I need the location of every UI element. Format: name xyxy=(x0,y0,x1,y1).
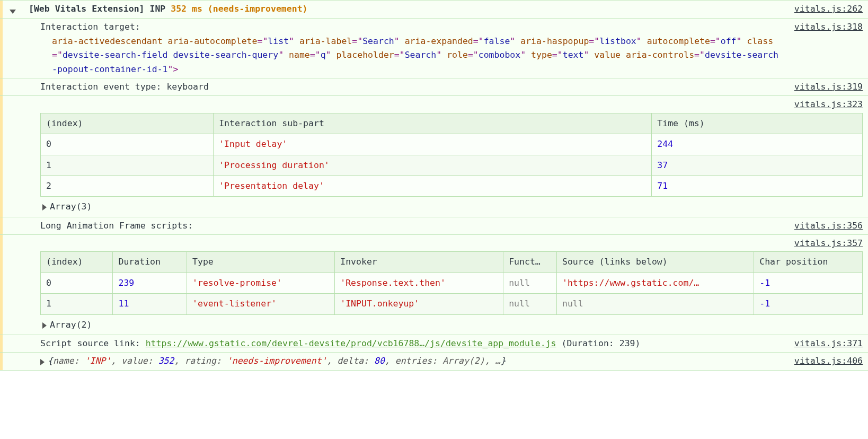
table-header[interactable]: (index) xyxy=(41,113,214,134)
warn-marker xyxy=(0,217,3,234)
table-cell: null xyxy=(503,273,557,293)
chevron-right-icon[interactable] xyxy=(40,359,45,365)
group-header-row[interactable]: [Web Vitals Extension] INP 352 ms (needs… xyxy=(0,0,868,18)
warn-marker xyxy=(0,353,3,370)
laf-table: (index)DurationTypeInvokerFunct…Source (… xyxy=(40,251,863,314)
table-row: 111'event-listener''INPUT.onkeyup'nullnu… xyxy=(41,294,863,314)
table-header[interactable]: Source (links below) xyxy=(557,252,754,273)
script-source-prefix: Script source link: xyxy=(40,338,146,348)
table-header[interactable]: Funct… xyxy=(503,252,557,273)
table-cell: -1 xyxy=(754,273,863,293)
warn-marker xyxy=(0,235,3,335)
chevron-right-icon[interactable] xyxy=(42,204,47,210)
table-row: 2'Presentation delay'71 xyxy=(41,175,863,196)
table-header[interactable]: Interaction sub-part xyxy=(214,113,652,134)
table-cell: 'Response.text.then' xyxy=(335,273,503,293)
chevron-right-icon[interactable] xyxy=(42,322,47,329)
table-cell: 2 xyxy=(41,175,214,196)
array-summary[interactable]: Array(3) xyxy=(40,198,863,215)
table-cell: 244 xyxy=(652,134,863,155)
table-cell: 'event-listener' xyxy=(187,294,335,314)
warn-marker xyxy=(0,335,3,352)
table-cell: -1 xyxy=(754,294,863,314)
table-row: 0'Input delay'244 xyxy=(41,134,863,155)
table-row: 1'Processing duration'37 xyxy=(41,155,863,175)
table-header[interactable]: (index) xyxy=(41,252,113,273)
script-source-url[interactable]: https://www.gstatic.com/devrel-devsite/p… xyxy=(146,338,556,348)
source-link[interactable]: vitals.js:406 xyxy=(794,354,863,368)
chevron-down-icon[interactable] xyxy=(10,10,16,14)
table-header[interactable]: Duration xyxy=(113,252,187,273)
interaction-target-content: Interaction target: aria-activedescendan… xyxy=(25,20,784,76)
laf-label-row: Long Animation Frame scripts: vitals.js:… xyxy=(0,217,868,234)
script-source-row: Script source link: https://www.gstatic.… xyxy=(0,335,868,352)
table-cell: 'resolve-promise' xyxy=(187,273,335,293)
table-cell: 'https://www.gstatic.com/… xyxy=(557,273,754,293)
table-cell: 0 xyxy=(41,134,214,155)
warn-marker xyxy=(0,19,3,78)
source-link[interactable]: vitals.js:318 xyxy=(794,20,863,34)
gutter[interactable] xyxy=(5,2,25,16)
script-source-suffix: (Duration: 239) xyxy=(556,338,641,348)
object-dump-content[interactable]: {name: 'INP', value: 352, rating: 'needs… xyxy=(25,354,784,368)
header-rating: (needs-improvement) xyxy=(208,4,308,14)
warn-marker xyxy=(0,96,3,216)
laf-label: Long Animation Frame scripts: xyxy=(25,219,784,233)
table-cell: 1 xyxy=(41,294,113,314)
header-value: 352 ms xyxy=(171,4,202,14)
interaction-target-label: Interaction target: xyxy=(40,20,784,34)
array-label: Array(3) xyxy=(50,200,92,214)
table-cell: null xyxy=(557,294,754,314)
header-prefix: [Web Vitals Extension] xyxy=(29,4,145,14)
object-summary: {name: 'INP', value: 352, rating: 'needs… xyxy=(48,354,506,368)
table-header[interactable]: Invoker xyxy=(335,252,503,273)
table-cell: 'Input delay' xyxy=(214,134,652,155)
table-row: 0239'resolve-promise''Response.text.then… xyxy=(41,273,863,293)
warn-marker xyxy=(0,1,3,18)
table-header[interactable]: Time (ms) xyxy=(652,113,863,134)
table-cell: 1 xyxy=(41,155,214,175)
event-type-row: Interaction event type: keyboard vitals.… xyxy=(0,78,868,95)
source-link[interactable]: vitals.js:319 xyxy=(794,80,863,94)
source-link[interactable]: vitals.js:357 xyxy=(794,236,863,250)
object-dump-row[interactable]: {name: 'INP', value: 352, rating: 'needs… xyxy=(0,352,868,370)
script-source-content: Script source link: https://www.gstatic.… xyxy=(25,337,784,350)
table-cell: 71 xyxy=(652,175,863,196)
header-metric: INP xyxy=(149,4,165,14)
array-summary[interactable]: Array(2) xyxy=(40,316,863,333)
array-label: Array(2) xyxy=(50,318,92,332)
table-cell: 0 xyxy=(41,273,113,293)
table-cell: 11 xyxy=(113,294,187,314)
table-header[interactable]: Char position xyxy=(754,252,863,273)
table-cell: 'INPUT.onkeyup' xyxy=(335,294,503,314)
table-cell: 'Processing duration' xyxy=(214,155,652,175)
table-cell: 37 xyxy=(652,155,863,175)
source-link[interactable]: vitals.js:371 xyxy=(794,337,863,350)
interaction-target-row: Interaction target: aria-activedescendan… xyxy=(0,18,868,78)
source-link[interactable]: vitals.js:262 xyxy=(794,2,863,16)
table-cell: null xyxy=(503,294,557,314)
source-link[interactable]: vitals.js:323 xyxy=(794,98,863,111)
subpart-table: (index)Interaction sub-partTime (ms)0'In… xyxy=(40,113,863,197)
event-type-text: Interaction event type: keyboard xyxy=(25,80,784,94)
subpart-table-row: vitals.js:323 (index)Interaction sub-par… xyxy=(0,95,868,216)
warn-marker xyxy=(0,78,3,95)
table-header[interactable]: Type xyxy=(187,252,335,273)
console-group: [Web Vitals Extension] INP 352 ms (needs… xyxy=(0,0,868,371)
table-cell: 239 xyxy=(113,273,187,293)
subpart-table-wrap: vitals.js:323 (index)Interaction sub-par… xyxy=(25,98,863,215)
source-link[interactable]: vitals.js:356 xyxy=(794,219,863,233)
laf-table-row: vitals.js:357 (index)DurationTypeInvoker… xyxy=(0,234,868,335)
element-dump[interactable]: aria-activedescendant aria-autocomplete=… xyxy=(40,34,784,76)
table-cell: 'Presentation delay' xyxy=(214,175,652,196)
laf-table-wrap: vitals.js:357 (index)DurationTypeInvoker… xyxy=(25,236,863,333)
header-content: [Web Vitals Extension] INP 352 ms (needs… xyxy=(25,2,784,16)
